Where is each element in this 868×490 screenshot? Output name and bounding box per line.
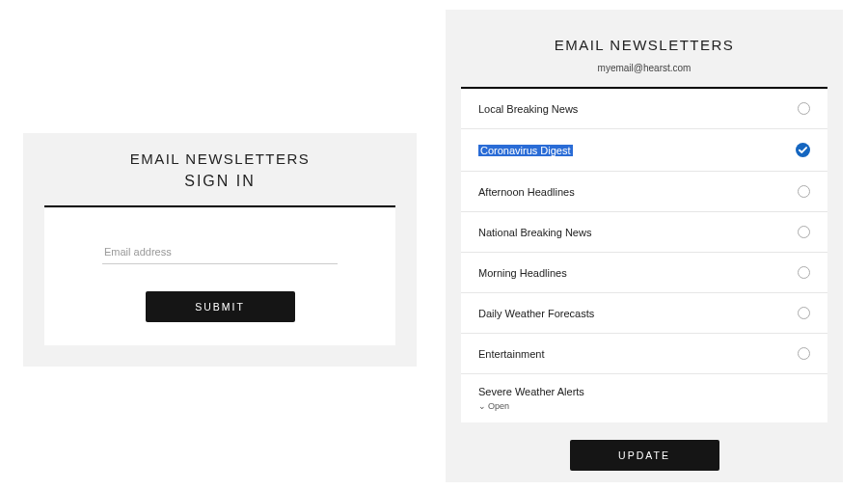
newsletter-title: EMAIL NEWSLETTERS <box>461 37 827 53</box>
signin-title: EMAIL NEWSLETTERS <box>44 150 395 167</box>
update-button[interactable]: UPDATE <box>570 440 719 471</box>
radio-icon <box>798 347 810 360</box>
newsletter-list: Local Breaking News Coronavirus Digest A… <box>461 87 827 422</box>
radio-icon <box>798 185 810 198</box>
signin-card: SUBMIT <box>44 205 395 345</box>
submit-button[interactable]: SUBMIT <box>146 291 295 322</box>
newsletter-label: Daily Weather Forecasts <box>478 308 594 319</box>
newsletter-row[interactable]: National Breaking News <box>461 212 827 253</box>
newsletter-row[interactable]: Morning Headlines <box>461 253 827 293</box>
check-icon <box>796 143 810 157</box>
expand-toggle[interactable]: ⌄ Open <box>478 401 509 411</box>
newsletter-row[interactable]: Afternoon Headlines <box>461 172 827 212</box>
radio-icon <box>798 266 810 279</box>
signin-panel: EMAIL NEWSLETTERS SIGN IN SUBMIT <box>23 133 417 367</box>
newsletter-label: Morning Headlines <box>478 267 567 279</box>
newsletter-label: Severe Weather Alerts <box>478 386 584 397</box>
open-label: Open <box>488 401 509 411</box>
newsletter-row[interactable]: Coronavirus Digest <box>461 129 827 172</box>
signin-subtitle: SIGN IN <box>44 173 395 190</box>
newsletter-label: National Breaking News <box>478 227 591 238</box>
newsletter-row[interactable]: Entertainment <box>461 334 827 374</box>
radio-icon <box>798 307 810 319</box>
newsletter-row[interactable]: Local Breaking News <box>461 89 827 129</box>
user-email: myemail@hearst.com <box>461 63 827 73</box>
chevron-down-icon: ⌄ <box>478 401 486 411</box>
newsletter-label: Coronavirus Digest <box>478 145 573 156</box>
newsletter-label: Afternoon Headlines <box>478 186 575 198</box>
newsletter-label: Local Breaking News <box>478 103 578 115</box>
newsletter-row[interactable]: Severe Weather Alerts ⌄ Open <box>461 374 827 422</box>
radio-icon <box>798 226 810 238</box>
newsletter-panel: EMAIL NEWSLETTERS myemail@hearst.com Loc… <box>446 10 843 482</box>
email-input[interactable] <box>102 240 338 264</box>
newsletter-row[interactable]: Daily Weather Forecasts <box>461 293 827 334</box>
radio-icon <box>798 102 810 115</box>
newsletter-label: Entertainment <box>478 348 544 360</box>
